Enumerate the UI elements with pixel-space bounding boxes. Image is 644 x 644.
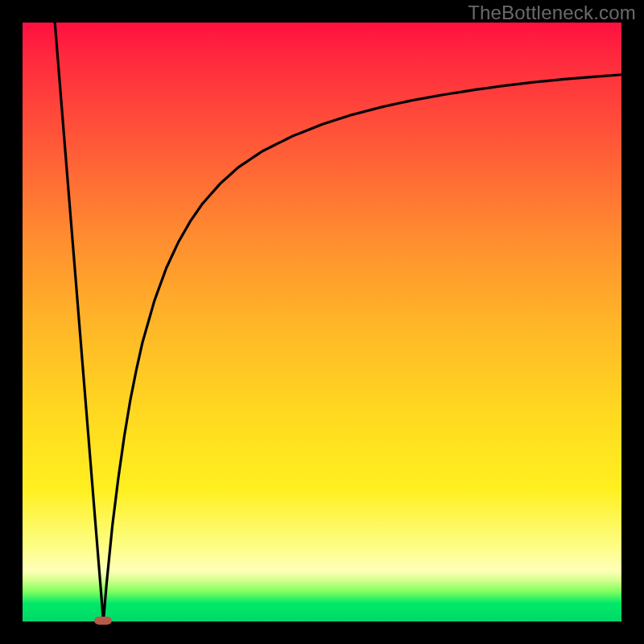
curve-layer bbox=[23, 23, 621, 621]
watermark-text: TheBottleneck.com bbox=[468, 2, 636, 24]
chart-frame: TheBottleneck.com bbox=[0, 0, 644, 644]
bottleneck-curve bbox=[55, 23, 621, 621]
plot-area bbox=[23, 23, 621, 621]
min-marker bbox=[94, 617, 112, 625]
